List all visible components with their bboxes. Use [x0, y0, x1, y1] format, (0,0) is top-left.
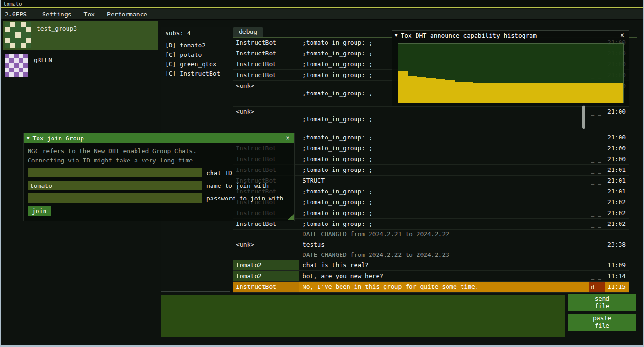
join-group-window: ▼ Tox join Group × NGC refers to the New… [23, 133, 295, 221]
fps-indicator: 2.0FPS [5, 11, 27, 18]
histogram-bar [586, 83, 595, 103]
message-time: 21:02 [605, 219, 629, 229]
app-window: tomato 2.0FPS SettingsToxPerformance tes… [0, 0, 644, 347]
message-text: ;tomato_in_group: ; [299, 143, 589, 154]
message-sender: tomato2 [233, 260, 299, 270]
join-description-line1: NGC refers to the New DHT enabled Group … [28, 147, 290, 156]
message-time: 21:00 [605, 154, 629, 164]
peer-list-item[interactable]: [C] green_qtox [161, 60, 230, 69]
send-file-button[interactable]: send file [568, 294, 636, 311]
message-time [605, 230, 629, 239]
message-input[interactable] [161, 295, 565, 337]
join-name-input[interactable] [28, 181, 202, 190]
chat-message-row[interactable]: tomato2chat is this real?_ _11:09 [233, 260, 629, 271]
histogram-bar [614, 83, 623, 103]
message-sender [233, 250, 299, 260]
join-group-body: NGC refers to the New DHT enabled Group … [24, 143, 294, 219]
paste-file-button[interactable]: paste file [568, 314, 636, 331]
message-time [605, 250, 629, 260]
message-text: ;tomato_in_group: ; [299, 208, 589, 218]
message-text: ;tomato_in_group: ; [299, 197, 589, 208]
join-description-line2: Connecting via ID might take a very long… [28, 156, 290, 165]
message-flags: _ _ [589, 271, 605, 281]
message-flags [589, 250, 605, 260]
join-fields: chat IDname to join withpassword to join… [28, 168, 290, 203]
group-list-item[interactable]: test_group3 [3, 21, 158, 50]
collapse-arrow-icon[interactable]: ▼ [395, 33, 397, 38]
message-flags: _ _ [589, 186, 605, 197]
message-flags: _ _ [589, 239, 605, 250]
message-sender: InstructBot [233, 282, 299, 292]
message-text: DATE CHANGED from 2024.2.22 to 2024.2.23 [299, 250, 589, 260]
join-field-row: password to join with [28, 193, 290, 203]
message-flags: _ _ [589, 197, 605, 208]
close-icon[interactable]: × [284, 133, 291, 143]
dht-histogram-titlebar[interactable]: ▼ Tox DHT announce capability histogram … [392, 31, 629, 40]
message-time: 21:00 [605, 132, 629, 143]
message-time: 11:15 [605, 282, 629, 292]
dht-histogram-title: Tox DHT announce capability histogram [401, 32, 537, 39]
join-field-row: chat ID [28, 168, 290, 177]
join-password-input[interactable] [28, 193, 202, 203]
chat-message-row[interactable]: <unk>---- ;tomato_in_group: ; ----_ _21:… [233, 107, 629, 132]
message-text: ;tomato_in_group: ; [299, 186, 589, 197]
resize-grip[interactable] [288, 214, 294, 220]
message-time: 23:38 [605, 239, 629, 250]
histogram-bar [539, 83, 548, 103]
chat-message-row[interactable]: tomato2bot, are you new here?_ _11:14 [233, 271, 629, 282]
message-text: bot, are you new here? [299, 271, 589, 281]
join-field-label: chat ID [206, 170, 232, 177]
tab-debug[interactable]: debug [233, 27, 263, 37]
chat-id-input[interactable] [28, 168, 202, 177]
join-field-label: password to join with [206, 195, 283, 202]
message-text: ;tomato_in_group: ; [299, 165, 589, 175]
group-list: test_group3gREEN [3, 21, 158, 84]
histogram-bar [455, 82, 464, 103]
join-group-title: Tox join Group [32, 135, 84, 142]
peer-list-item[interactable]: [C] potato [161, 50, 230, 60]
message-flags: _ _ [589, 107, 605, 132]
message-sender: <unk> [233, 107, 299, 132]
menu-item-performance[interactable]: Performance [101, 10, 153, 19]
window-titlebar[interactable]: tomato [1, 0, 643, 8]
subs-count-header: subs: 4 [161, 27, 230, 39]
message-flags: _ _ [589, 219, 605, 229]
message-flags: _ _ [589, 208, 605, 218]
join-button[interactable]: join [28, 206, 51, 216]
close-icon[interactable]: × [619, 31, 626, 40]
chat-message-row[interactable]: InstructBotNo, I've been in this group f… [233, 282, 629, 293]
peer-list-item[interactable]: [C] InstructBot [161, 69, 230, 78]
join-field-row: name to join with [28, 181, 290, 190]
menu-bar: 2.0FPS SettingsToxPerformance [1, 9, 643, 20]
histogram-bar [548, 83, 558, 103]
message-text: No, I've been in this group for quite so… [299, 282, 589, 292]
histogram-bar [473, 83, 483, 103]
peer-list-item[interactable]: [D] tomato2 [161, 41, 230, 50]
group-avatar [5, 22, 31, 48]
group-avatar [5, 54, 28, 77]
message-sender: InstructBot [233, 59, 299, 69]
collapse-arrow-icon[interactable]: ▼ [27, 136, 29, 140]
histogram-bar [436, 79, 445, 103]
message-sender: <unk> [233, 81, 299, 106]
group-name: test_group3 [37, 22, 77, 48]
message-time: 11:09 [605, 260, 629, 270]
subs-list: [D] tomato2[C] potato[C] green_qtox[C] I… [161, 39, 230, 78]
join-group-titlebar[interactable]: ▼ Tox join Group × [24, 133, 294, 143]
histogram-bar [576, 83, 586, 103]
histogram-plot[interactable] [398, 43, 624, 103]
message-flags: _ _ [589, 143, 605, 154]
message-flags: _ _ [589, 165, 605, 175]
menu-item-settings[interactable]: Settings [36, 10, 78, 19]
message-sender: <unk> [233, 239, 299, 250]
message-flags: _ _ [589, 260, 605, 270]
chat-scrollbar-thumb[interactable] [582, 105, 585, 129]
chat-message-row[interactable]: <unk>testus_ _23:38 [233, 239, 629, 250]
message-time: 21:00 [605, 143, 629, 154]
message-time: 21:01 [605, 165, 629, 175]
message-flags: _ _ [589, 154, 605, 164]
menu-item-tox[interactable]: Tox [78, 10, 101, 19]
group-list-item[interactable]: gREEN [3, 52, 158, 81]
message-text: ;tomato_in_group: ; [299, 219, 589, 229]
date-separator-row: DATE CHANGED from 2024.2.22 to 2024.2.23 [233, 250, 629, 260]
